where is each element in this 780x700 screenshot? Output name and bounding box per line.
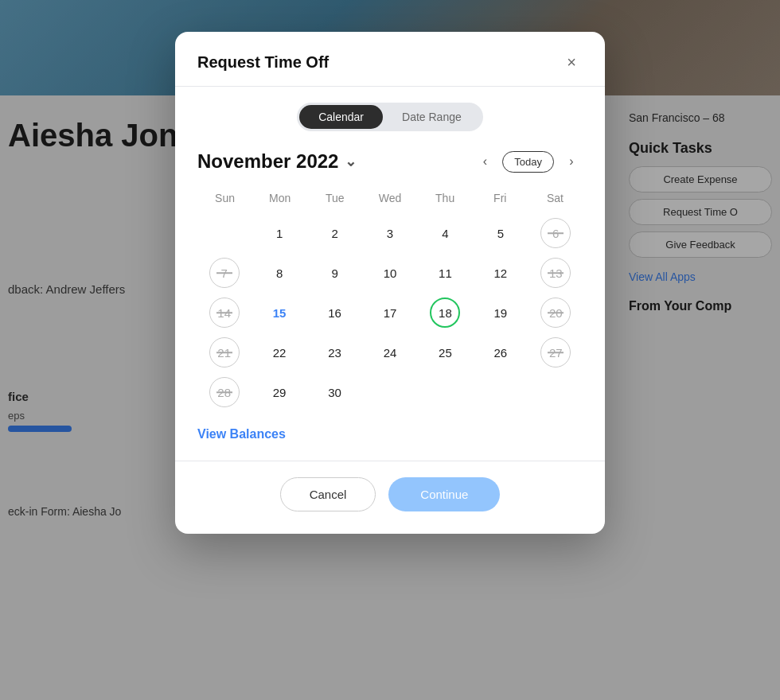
date-range-toggle[interactable]: Date Range <box>383 105 481 129</box>
prev-month-button[interactable]: ‹ <box>474 150 496 173</box>
day-28[interactable]: 28 <box>209 377 240 407</box>
month-navigation: November 2022 ⌄ ‹ Today › <box>197 150 583 173</box>
day-7[interactable]: 7 <box>209 258 240 288</box>
calendar-cell: 10 <box>363 254 416 292</box>
modal-footer: Cancel Continue <box>175 461 605 534</box>
day-8[interactable]: 8 <box>264 258 294 288</box>
day-empty <box>486 377 516 407</box>
calendar-cell: 12 <box>474 254 527 292</box>
day-header-mon: Mon <box>252 189 307 208</box>
day-16[interactable]: 16 <box>320 298 350 328</box>
day-15[interactable]: 15 <box>264 298 294 328</box>
calendar-cell: 7 <box>197 254 251 292</box>
day-29[interactable]: 29 <box>264 377 294 407</box>
calendar-cell: 25 <box>419 333 472 371</box>
calendar-cell: 5 <box>474 214 527 252</box>
toggle-group: Calendar Date Range <box>297 103 483 131</box>
nav-controls: ‹ Today › <box>474 150 583 173</box>
day-27[interactable]: 27 <box>540 337 571 368</box>
day-14[interactable]: 14 <box>209 298 240 328</box>
calendar-cell: 21 <box>197 333 251 371</box>
day-30[interactable]: 30 <box>320 377 350 407</box>
day-10[interactable]: 10 <box>375 258 405 288</box>
day-empty <box>375 377 405 407</box>
calendar-cell <box>363 373 416 411</box>
calendar-cell: 23 <box>308 333 361 371</box>
day-11[interactable]: 11 <box>430 258 460 288</box>
view-toggle: Calendar Date Range <box>197 103 583 131</box>
day-25[interactable]: 25 <box>430 337 460 368</box>
calendar-cell: 14 <box>197 294 251 332</box>
calendar-cell: 8 <box>252 254 306 292</box>
day-empty <box>430 377 460 407</box>
modal-header: Request Time Off × <box>175 32 605 87</box>
day-5[interactable]: 5 <box>486 218 516 248</box>
day-18[interactable]: 18 <box>430 298 460 328</box>
calendar-cell <box>197 214 251 252</box>
day-header-sat: Sat <box>528 189 583 208</box>
calendar-cell: 30 <box>308 373 361 411</box>
day-20[interactable]: 20 <box>540 298 571 328</box>
day-21[interactable]: 21 <box>209 337 240 368</box>
day-3[interactable]: 3 <box>375 218 405 248</box>
next-month-button[interactable]: › <box>560 150 583 173</box>
calendar-cell: 20 <box>529 294 583 332</box>
view-balances-link[interactable]: View Balances <box>197 427 286 441</box>
continue-button[interactable]: Continue <box>388 477 500 511</box>
day-1[interactable]: 1 <box>264 218 294 248</box>
calendar-cell: 17 <box>363 294 416 332</box>
day-23[interactable]: 23 <box>320 337 350 368</box>
calendar-body: 1234567891011121314151617181920212223242… <box>197 214 583 411</box>
calendar-cell: 13 <box>529 254 583 292</box>
day-26[interactable]: 26 <box>486 337 516 368</box>
calendar-cell: 6 <box>529 214 583 252</box>
day-header-sun: Sun <box>197 189 252 208</box>
today-button[interactable]: Today <box>502 151 554 173</box>
calendar-cell <box>474 373 527 411</box>
calendar-cell: 28 <box>197 373 251 411</box>
calendar-cell: 18 <box>419 294 472 332</box>
calendar-cell: 19 <box>474 294 527 332</box>
calendar-cell: 29 <box>252 373 306 411</box>
calendar-cell: 3 <box>363 214 416 252</box>
calendar-day-headers: SunMonTueWedThuFriSat <box>197 189 583 208</box>
request-time-off-modal: Request Time Off × Calendar Date Range N… <box>175 32 605 534</box>
calendar-cell: 24 <box>363 333 416 371</box>
calendar-cell: 27 <box>529 333 583 371</box>
day-header-tue: Tue <box>307 189 362 208</box>
calendar-grid: SunMonTueWedThuFriSat 123456789101112131… <box>197 189 583 411</box>
day-header-fri: Fri <box>473 189 528 208</box>
day-17[interactable]: 17 <box>375 298 405 328</box>
calendar-cell: 4 <box>419 214 472 252</box>
day-2[interactable]: 2 <box>320 218 350 248</box>
day-22[interactable]: 22 <box>264 337 294 368</box>
day-13[interactable]: 13 <box>540 258 571 288</box>
calendar-cell: 1 <box>252 214 306 252</box>
day-6[interactable]: 6 <box>540 218 571 248</box>
calendar-cell <box>419 373 472 411</box>
day-9[interactable]: 9 <box>320 258 350 288</box>
day-19[interactable]: 19 <box>486 298 516 328</box>
calendar-cell: 16 <box>308 294 361 332</box>
month-dropdown-icon[interactable]: ⌄ <box>345 153 357 170</box>
calendar-cell: 9 <box>308 254 361 292</box>
day-12[interactable]: 12 <box>486 258 516 288</box>
calendar-cell: 11 <box>419 254 472 292</box>
day-header-thu: Thu <box>418 189 473 208</box>
calendar-cell: 22 <box>252 333 306 371</box>
calendar-cell: 26 <box>474 333 527 371</box>
day-empty <box>540 377 571 407</box>
calendar-cell: 15 <box>252 294 306 332</box>
day-header-wed: Wed <box>362 189 417 208</box>
cancel-button[interactable]: Cancel <box>280 477 376 511</box>
close-button[interactable]: × <box>560 51 583 73</box>
day-4[interactable]: 4 <box>430 218 460 248</box>
calendar-cell <box>529 373 583 411</box>
calendar-toggle[interactable]: Calendar <box>299 105 383 129</box>
calendar-cell: 2 <box>308 214 361 252</box>
modal-body: Calendar Date Range November 2022 ⌄ ‹ To… <box>175 87 605 461</box>
month-year-display: November 2022 ⌄ <box>197 150 474 173</box>
day-24[interactable]: 24 <box>375 337 405 368</box>
modal-title: Request Time Off <box>197 53 329 72</box>
day-empty <box>209 218 240 248</box>
